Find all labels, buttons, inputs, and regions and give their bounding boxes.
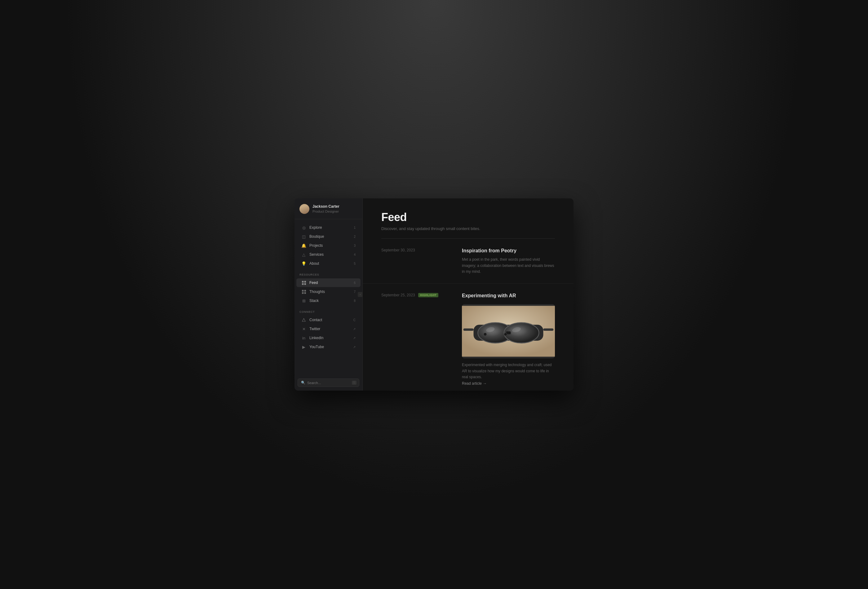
stack-icon: ⊞: [301, 298, 306, 303]
feed-content: Experimenting with AR: [462, 292, 555, 386]
sidebar-item-twitter[interactable]: ✕ Twitter ↗: [296, 325, 360, 333]
sidebar-item-label: LinkedIn: [309, 336, 350, 340]
sidebar-item-label: About: [309, 261, 351, 266]
sidebar-item-services[interactable]: △ Services 4: [296, 250, 360, 259]
feed-date: September 30, 2023: [381, 248, 415, 252]
feed-title: Experimenting with AR: [462, 292, 555, 299]
services-icon: △: [301, 252, 306, 257]
nav-badge: 3: [354, 244, 356, 247]
feed-date: September 25, 2023: [381, 293, 415, 297]
sidebar-item-youtube[interactable]: ▶ YouTube ↗: [296, 342, 360, 351]
svg-rect-1: [304, 281, 306, 283]
sidebar-item-label: Twitter: [309, 327, 350, 331]
app-window: Jackson Carter Product Designer ‹ ◎ Expl…: [294, 198, 574, 391]
read-article-text: Read article: [462, 381, 482, 386]
svg-point-21: [504, 333, 507, 336]
page-header: Feed Discover, and stay updated through …: [363, 198, 574, 238]
feed-description: Met a poet in the park, their words pain…: [462, 257, 555, 275]
nav-badge: 6: [354, 281, 356, 285]
search-shortcut: S: [352, 381, 356, 385]
feed-date-area: September 25, 2023 HIGHLIGHT: [381, 292, 462, 386]
main-nav: ◎ Explore 1 ◫ Boutique 2 🔔 Projects 3 △ …: [294, 219, 362, 269]
feed-item: September 25, 2023 HIGHLIGHT Experimenti…: [363, 283, 574, 391]
contact-icon: [301, 317, 306, 322]
highlight-badge: HIGHLIGHT: [418, 293, 438, 297]
svg-point-20: [484, 333, 486, 336]
main-content: Feed Discover, and stay updated through …: [363, 198, 574, 391]
nav-badge: 2: [354, 235, 356, 238]
profile-info: Jackson Carter Product Designer: [313, 204, 340, 214]
sidebar-item-projects[interactable]: 🔔 Projects 3: [296, 241, 360, 250]
sidebar-item-about[interactable]: 💡 About 5: [296, 259, 360, 268]
sidebar-item-label: YouTube: [309, 345, 350, 349]
svg-rect-4: [302, 290, 304, 292]
profile-role: Product Designer: [313, 209, 340, 214]
sidebar-item-label: Boutique: [309, 234, 351, 239]
search-input[interactable]: [307, 381, 350, 385]
svg-rect-16: [543, 329, 554, 331]
thoughts-icon: [301, 289, 306, 294]
feed-date-area: September 30, 2023: [381, 247, 462, 275]
sidebar-item-label: Contact: [309, 318, 350, 322]
resources-section: RESOURCES Feed 6: [294, 269, 362, 307]
sidebar-item-explore[interactable]: ◎ Explore 1: [296, 223, 360, 232]
svg-rect-7: [304, 292, 306, 294]
nav-badge: ↗: [353, 327, 356, 331]
sidebar: Jackson Carter Product Designer ‹ ◎ Expl…: [294, 198, 363, 391]
svg-rect-0: [302, 281, 304, 283]
page-title: Feed: [381, 211, 555, 224]
svg-rect-6: [302, 292, 304, 294]
svg-rect-2: [302, 283, 304, 285]
nav-badge: C: [353, 318, 356, 322]
sidebar-item-contact[interactable]: Contact C: [296, 316, 360, 324]
read-article-link[interactable]: Read article →: [462, 381, 487, 386]
feed-title: Inspiration from Peotry: [462, 247, 555, 254]
svg-rect-3: [304, 283, 306, 285]
arrow-icon: →: [483, 381, 487, 386]
connect-label: CONNECT: [294, 310, 362, 315]
connect-section: CONNECT Contact C ✕ Twitter ↗ in LinkedI…: [294, 307, 362, 353]
nav-badge: 7: [354, 290, 356, 294]
nav-badge: 8: [354, 299, 356, 303]
sidebar-item-label: Thoughts: [309, 289, 351, 294]
nav-badge: 1: [354, 226, 356, 229]
sidebar-item-label: Services: [309, 252, 351, 257]
feed-description: Experimented with merging technology and…: [462, 362, 555, 380]
sidebar-item-feed[interactable]: Feed 6: [296, 278, 360, 287]
feed-content: Inspiration from Peotry Met a poet in th…: [462, 247, 555, 275]
twitter-icon: ✕: [301, 326, 306, 331]
sidebar-item-label: Feed: [309, 280, 351, 285]
sidebar-item-label: Explore: [309, 225, 351, 230]
compass-icon: ◎: [301, 225, 306, 230]
nav-badge: ↗: [353, 345, 356, 349]
sidebar-item-thoughts[interactable]: Thoughts 7: [296, 287, 360, 296]
nav-badge: 4: [354, 253, 356, 256]
bulb-icon: 💡: [301, 261, 306, 266]
profile-section: Jackson Carter Product Designer ‹: [294, 198, 362, 219]
svg-rect-17: [464, 329, 474, 331]
sidebar-item-label: Stack: [309, 298, 351, 303]
nav-badge: 5: [354, 262, 356, 265]
search-bar[interactable]: 🔍 S: [298, 378, 359, 387]
feed-item: September 30, 2023 Inspiration from Peot…: [363, 239, 574, 283]
page-subtitle: Discover, and stay updated through small…: [381, 226, 555, 231]
feed-image: [462, 304, 555, 358]
resources-label: RESOURCES: [294, 273, 362, 278]
avatar: [300, 204, 309, 214]
bell-icon: 🔔: [301, 243, 306, 248]
sidebar-item-linkedin[interactable]: in LinkedIn ↗: [296, 334, 360, 342]
linkedin-icon: in: [301, 335, 306, 340]
sidebar-item-stack[interactable]: ⊞ Stack 8: [296, 296, 360, 305]
nav-badge: ↗: [353, 337, 356, 340]
svg-rect-5: [304, 290, 306, 292]
youtube-icon: ▶: [301, 344, 306, 349]
sidebar-item-boutique[interactable]: ◫ Boutique 2: [296, 232, 360, 241]
svg-marker-8: [302, 318, 306, 322]
sidebar-item-label: Projects: [309, 244, 351, 248]
search-icon: 🔍: [301, 381, 306, 385]
profile-name: Jackson Carter: [313, 204, 340, 209]
bag-icon: ◫: [301, 234, 306, 239]
feed-icon: [301, 280, 306, 285]
